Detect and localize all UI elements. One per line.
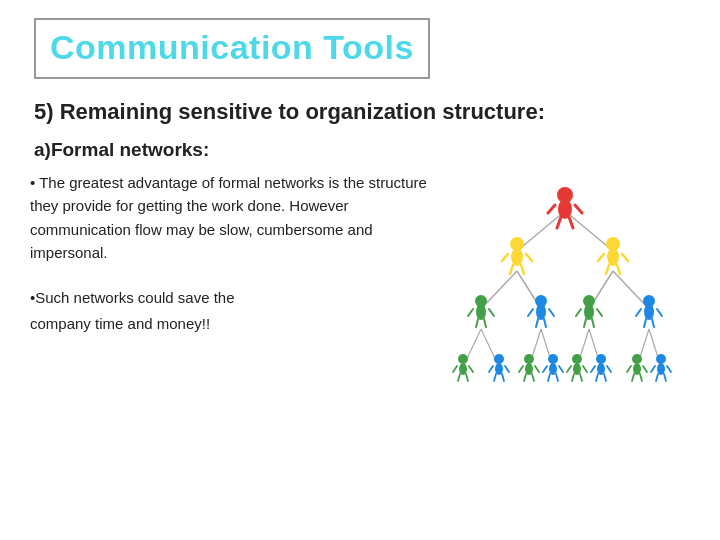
svg-line-90 <box>596 374 598 381</box>
svg-line-84 <box>572 374 574 381</box>
svg-line-97 <box>640 374 642 381</box>
svg-point-21 <box>511 248 523 266</box>
person-l4-5 <box>567 354 587 381</box>
svg-line-29 <box>622 254 628 261</box>
svg-line-61 <box>466 374 468 381</box>
svg-line-67 <box>502 374 504 381</box>
svg-point-62 <box>494 354 504 364</box>
svg-line-36 <box>476 319 478 327</box>
person-l3-2 <box>528 295 554 327</box>
text-column: • The greatest advantage of formal netwo… <box>30 171 430 358</box>
svg-line-58 <box>453 366 457 372</box>
svg-point-86 <box>596 354 606 364</box>
svg-line-25 <box>521 265 524 274</box>
person-l4-1 <box>453 354 473 381</box>
svg-point-74 <box>548 354 558 364</box>
svg-point-98 <box>656 354 666 364</box>
svg-line-52 <box>636 309 641 316</box>
bullet-1-text: • The greatest advantage of formal netwo… <box>30 171 430 264</box>
title-box: Communication Tools <box>34 18 430 79</box>
person-l4-3 <box>519 354 539 381</box>
bullet-2-line2: company time and money!! <box>30 312 430 336</box>
svg-line-78 <box>548 374 550 381</box>
svg-line-64 <box>489 366 493 372</box>
svg-line-43 <box>544 319 546 327</box>
svg-line-77 <box>559 366 563 372</box>
content-area: • The greatest advantage of formal netwo… <box>30 171 690 421</box>
svg-line-82 <box>567 366 571 372</box>
svg-line-60 <box>458 374 460 381</box>
svg-line-101 <box>667 366 671 372</box>
svg-line-72 <box>524 374 526 381</box>
svg-line-37 <box>484 319 486 327</box>
person-l4-7 <box>627 354 647 381</box>
svg-line-76 <box>543 366 547 372</box>
svg-point-68 <box>524 354 534 364</box>
person-l3-3 <box>576 295 602 327</box>
svg-line-41 <box>549 309 554 316</box>
hierarchy-chart <box>445 181 685 421</box>
svg-line-73 <box>532 374 534 381</box>
svg-line-49 <box>592 319 594 327</box>
svg-point-92 <box>632 354 642 364</box>
svg-point-33 <box>476 304 486 320</box>
svg-line-17 <box>575 205 582 213</box>
svg-line-24 <box>510 265 513 274</box>
svg-line-55 <box>652 319 654 327</box>
person-l4-4 <box>543 354 563 381</box>
svg-line-23 <box>526 254 532 261</box>
svg-line-28 <box>598 254 604 261</box>
svg-line-88 <box>591 366 595 372</box>
section-a-label: a)Formal networks: <box>34 139 690 161</box>
svg-point-45 <box>584 304 594 320</box>
svg-line-19 <box>569 217 573 228</box>
slide-page: Communication Tools 5) Remaining sensiti… <box>0 0 720 540</box>
svg-line-91 <box>604 374 606 381</box>
svg-line-31 <box>617 265 620 274</box>
svg-line-42 <box>536 319 538 327</box>
svg-point-80 <box>572 354 582 364</box>
person-l4-2 <box>489 354 509 381</box>
svg-line-0 <box>517 211 565 251</box>
svg-point-39 <box>536 304 546 320</box>
svg-line-89 <box>607 366 611 372</box>
svg-line-66 <box>494 374 496 381</box>
svg-point-27 <box>607 248 619 266</box>
svg-line-103 <box>664 374 666 381</box>
bullet-para-1: • The greatest advantage of formal netwo… <box>30 171 430 264</box>
svg-line-65 <box>505 366 509 372</box>
svg-line-1 <box>565 211 613 251</box>
svg-line-83 <box>583 366 587 372</box>
svg-line-34 <box>468 309 473 316</box>
bullet-1-content: • The greatest advantage of formal netwo… <box>30 174 427 261</box>
svg-line-102 <box>656 374 658 381</box>
bullet-para-2: •Such networks could save the company ti… <box>30 286 430 336</box>
svg-line-94 <box>627 366 631 372</box>
slide-subtitle: 5) Remaining sensitive to organization s… <box>34 99 690 125</box>
svg-line-22 <box>502 254 508 261</box>
svg-line-70 <box>519 366 523 372</box>
svg-point-56 <box>458 354 468 364</box>
svg-line-79 <box>556 374 558 381</box>
svg-line-95 <box>643 366 647 372</box>
svg-line-40 <box>528 309 533 316</box>
person-l4-8 <box>651 354 671 381</box>
svg-line-96 <box>632 374 634 381</box>
svg-line-100 <box>651 366 655 372</box>
svg-line-35 <box>489 309 494 316</box>
svg-point-51 <box>644 304 654 320</box>
hierarchy-image-column <box>430 171 690 421</box>
svg-line-47 <box>597 309 602 316</box>
svg-line-48 <box>584 319 586 327</box>
svg-line-71 <box>535 366 539 372</box>
svg-line-46 <box>576 309 581 316</box>
svg-line-59 <box>469 366 473 372</box>
svg-line-16 <box>548 205 555 213</box>
svg-line-18 <box>557 217 561 228</box>
svg-line-30 <box>606 265 609 274</box>
svg-line-85 <box>580 374 582 381</box>
svg-line-53 <box>657 309 662 316</box>
bullet-2-line1: •Such networks could save the <box>30 286 430 310</box>
slide-title: Communication Tools <box>50 28 414 66</box>
svg-line-54 <box>644 319 646 327</box>
